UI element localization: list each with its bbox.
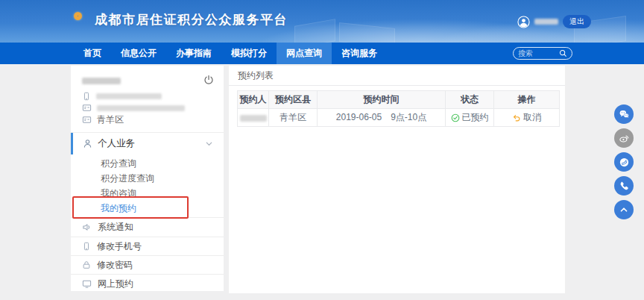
logout-button[interactable]: 退出 <box>563 15 591 28</box>
status-badge: 已预约 <box>462 111 489 124</box>
panel-title: 预约列表 <box>229 66 565 86</box>
lock-icon <box>82 260 91 269</box>
wechat-icon <box>619 109 630 120</box>
floating-toolbar <box>614 104 634 224</box>
service-app-icon <box>619 157 630 168</box>
chevron-up-icon <box>619 204 629 215</box>
col-header-time: 预约时间 <box>318 91 446 109</box>
phone-number-redacted <box>96 93 162 99</box>
banner-building-graphic <box>339 22 395 43</box>
cell-action: 取消 <box>494 109 560 127</box>
speaker-icon <box>82 222 92 232</box>
user-district-row: 青羊区 <box>82 113 124 126</box>
wechat-button[interactable] <box>614 104 634 124</box>
group-label: 个人业务 <box>98 137 135 150</box>
search-input[interactable] <box>518 49 559 57</box>
service-app-button[interactable] <box>614 152 634 172</box>
menu-item-label: 修改手机号 <box>97 240 142 253</box>
table-row: 青羊区 2019-06-05 9点-10点 已预约 取消 <box>238 109 560 127</box>
banner-building-graphic <box>294 19 335 43</box>
user-info-card: 青羊区 <box>71 66 224 133</box>
table-header-row: 预约人 预约区县 预约时间 状态 操作 <box>238 91 560 109</box>
sidebar-item-my-consultations[interactable]: 我的咨询 <box>71 186 224 201</box>
cancel-label: 取消 <box>523 111 541 124</box>
mobile-icon <box>82 242 91 251</box>
col-header-appointee: 预约人 <box>238 91 269 109</box>
user-phone-row <box>82 92 162 101</box>
phone-button[interactable] <box>614 176 634 196</box>
status-check-icon <box>451 113 460 122</box>
col-header-district: 预约区县 <box>269 91 318 109</box>
nav-item-outlet-query[interactable]: 网点查询 <box>277 43 332 64</box>
nav-item-info-disclosure[interactable]: 信息公开 <box>111 43 166 64</box>
cell-status: 已预约 <box>446 109 494 127</box>
sidebar-panel: 青羊区 个人业务 积分查询 积分进度查询 我的咨询 我的预约 系统通知 修改手机… <box>71 66 224 291</box>
sidebar-item-points-query[interactable]: 积分查询 <box>71 156 224 171</box>
nav-item-consult-service[interactable]: 咨询服务 <box>332 43 387 64</box>
sidebar-item-points-progress-query[interactable]: 积分进度查询 <box>71 171 224 186</box>
phone-icon <box>619 181 629 191</box>
weibo-button[interactable] <box>614 128 634 148</box>
search-icon[interactable] <box>559 49 567 57</box>
appointments-table: 预约人 预约区县 预约时间 状态 操作 青羊区 2019-06-05 9点-10… <box>237 90 560 127</box>
cell-appointee <box>238 109 269 127</box>
cancel-appointment-button[interactable]: 取消 <box>512 111 541 124</box>
page-title: 成都市居住证积分公众服务平台 <box>95 11 288 28</box>
nav-item-mock-scoring[interactable]: 模拟打分 <box>221 43 277 64</box>
district-card-icon <box>82 115 92 125</box>
mobile-icon <box>82 92 91 101</box>
id-number-redacted <box>97 105 185 111</box>
menu-item-label: 修改密码 <box>97 259 133 272</box>
user-area: 退出 <box>517 15 591 28</box>
sidebar-item-change-phone[interactable]: 修改手机号 <box>71 237 224 255</box>
person-icon <box>83 139 92 149</box>
user-id-row <box>82 103 185 113</box>
nav-item-home[interactable]: 首页 <box>74 43 111 64</box>
platform-logo <box>74 12 82 20</box>
main-panel: 预约列表 预约人 预约区县 预约时间 状态 操作 青羊区 2019-06-05 … <box>229 66 565 293</box>
main-nav: 首页 信息公开 办事指南 模拟打分 网点查询 咨询服务 <box>0 43 644 64</box>
menu-item-label: 系统通知 <box>98 221 133 234</box>
revoke-icon <box>512 113 521 122</box>
nav-item-service-guide[interactable]: 办事指南 <box>166 43 221 64</box>
sidebar-group-personal-business[interactable]: 个人业务 <box>71 133 224 154</box>
weibo-icon <box>619 133 630 144</box>
monitor-icon <box>82 279 92 289</box>
sidebar-item-my-appointments[interactable]: 我的预约 <box>71 201 224 216</box>
user-name-redacted <box>82 78 121 84</box>
menu-item-label: 网上预约 <box>98 278 133 290</box>
sidebar-item-online-appointment[interactable]: 网上预约 <box>71 274 224 291</box>
col-header-action: 操作 <box>494 91 560 109</box>
sidebar-item-system-notice[interactable]: 系统通知 <box>71 218 224 237</box>
appointee-name-redacted <box>240 115 267 122</box>
user-district-label: 青羊区 <box>97 113 124 126</box>
username-redacted <box>534 19 558 25</box>
sidebar-sub-menu: 积分查询 积分进度查询 我的咨询 我的预约 <box>71 154 224 218</box>
cell-time: 2019-06-05 9点-10点 <box>318 109 446 127</box>
chevron-down-icon <box>205 140 213 148</box>
power-logout-icon[interactable] <box>203 75 214 85</box>
id-card-icon <box>82 103 92 113</box>
sidebar-item-change-password[interactable]: 修改密码 <box>71 255 224 274</box>
header-banner: 成都市居住证积分公众服务平台 退出 <box>0 0 644 43</box>
cell-district: 青羊区 <box>269 109 318 127</box>
col-header-status: 状态 <box>446 91 494 109</box>
user-avatar-icon[interactable] <box>517 16 530 28</box>
back-to-top-button[interactable] <box>614 200 634 219</box>
search-box <box>513 47 572 60</box>
